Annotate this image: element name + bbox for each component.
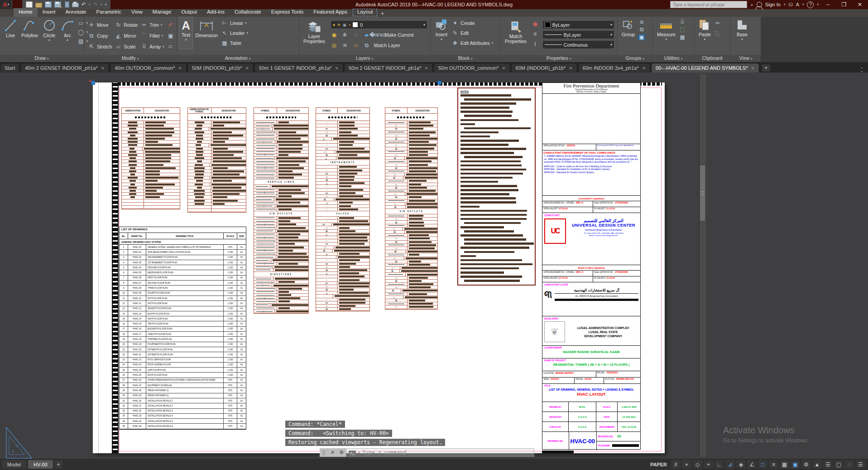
chevron-down-icon[interactable]: ▾: [101, 3, 102, 6]
layout-tab-hv00[interactable]: HV-00: [28, 460, 53, 469]
ellipse-icon[interactable]: ◯: [77, 29, 85, 35]
qat-customize-icon[interactable]: ▾: [105, 2, 107, 7]
command-input-field[interactable]: >_ ▾ Type a command: [346, 448, 534, 457]
workspace-switching-icon[interactable]: ⚙: [801, 460, 811, 469]
new-layout-button[interactable]: +: [55, 460, 62, 468]
infer-constraints-icon[interactable]: ◇: [693, 460, 702, 469]
offset-icon[interactable]: ⊂: [167, 44, 174, 50]
panel-label-modify[interactable]: Modify ▾: [84, 55, 177, 62]
object-snap-icon[interactable]: □: [758, 460, 767, 469]
paste-button[interactable]: Paste ▾: [696, 17, 713, 40]
new-drawing-tab-button[interactable]: +: [762, 64, 770, 72]
ribbon-tab-insert[interactable]: Insert: [38, 8, 61, 17]
object-color-select[interactable]: ByLayer▾: [542, 20, 614, 29]
quick-select-icon[interactable]: ⍃: [679, 19, 686, 25]
close-icon[interactable]: ✕: [569, 66, 572, 71]
match-properties-button[interactable]: MatchProperties: [503, 19, 529, 51]
match-layer-button[interactable]: Match Layer: [374, 43, 400, 48]
close-icon[interactable]: ✕: [425, 66, 428, 71]
help-icon[interactable]: ?: [807, 1, 814, 8]
drawing-canvas[interactable]: ✕ ABBREVIATIONDESIGNATIONABBREVIATION OR…: [0, 73, 868, 459]
edit-block-button[interactable]: Edit: [460, 30, 469, 36]
close-icon[interactable]: ✕: [178, 66, 182, 71]
search-input[interactable]: [670, 1, 747, 8]
plot-icon[interactable]: [72, 3, 79, 7]
autodesk-apps-icon[interactable]: A: [796, 2, 799, 7]
layer-properties-button[interactable]: LayerProperties: [301, 19, 327, 52]
quick-properties-icon[interactable]: ☰: [823, 460, 833, 469]
command-input-bar[interactable]: ⣿ ✕ ⚙ >_ ▾ Type a command: [320, 448, 534, 457]
vertical-scrollbar[interactable]: [699, 74, 706, 457]
ribbon-tab-collaborate[interactable]: Collaborate: [230, 8, 266, 17]
lineweight-select[interactable]: ByLayer▾: [542, 30, 614, 39]
panel-label-draw[interactable]: Draw ▾: [0, 55, 84, 62]
panel-label-groups[interactable]: Groups ▾: [618, 55, 652, 62]
move-button[interactable]: ✛Move: [88, 20, 112, 29]
measure-button[interactable]: Measure ▾: [655, 17, 678, 42]
ortho-mode-icon[interactable]: ∟: [715, 460, 724, 469]
hatch-icon[interactable]: ▨: [77, 38, 85, 44]
file-tab[interactable]: Start: [0, 63, 19, 73]
chevron-down-icon[interactable]: ▾: [817, 3, 819, 6]
selection-cycling-icon[interactable]: ▣: [791, 460, 800, 469]
app-store-cart-icon[interactable]: ⛁: [788, 2, 792, 8]
array-button[interactable]: ⠿Array▾: [140, 42, 164, 51]
fillet-button[interactable]: ⌒Fillet▾: [140, 31, 164, 40]
edit-attributes-icon[interactable]: ❖: [451, 40, 459, 46]
model-tab[interactable]: Model: [2, 460, 26, 469]
mirror-button[interactable]: ◭Mirror: [115, 31, 138, 40]
select-similar-icon[interactable]: ⬚: [679, 26, 686, 33]
file-tab[interactable]: 50m 1 GENSET INDOOR_ph1a*✕: [254, 63, 343, 73]
save-as-icon[interactable]: [54, 1, 61, 8]
erase-icon[interactable]: ✐: [167, 22, 174, 28]
cut-icon[interactable]: ✂: [714, 20, 721, 26]
ribbon-tab-layout[interactable]: Layout: [352, 8, 378, 17]
command-bar-grip[interactable]: ⣿ ✕ ⚙: [320, 448, 346, 457]
tab-overflow-icon[interactable]: ⌄⌄: [860, 65, 863, 73]
polar-tracking-icon[interactable]: ⊿: [725, 460, 735, 469]
restore-button[interactable]: ❐: [838, 0, 850, 9]
layer-off-icon[interactable]: ◌: [352, 32, 360, 38]
close-icon[interactable]: ✕: [502, 66, 505, 71]
ribbon-tab-add-ins[interactable]: Add-ins: [202, 8, 230, 17]
arc-button[interactable]: Arc ▾: [58, 17, 77, 48]
create-block-icon[interactable]: ✦: [451, 20, 459, 26]
chevron-down-icon[interactable]: ▾: [784, 3, 786, 6]
leader-icon[interactable]: ↖: [221, 30, 228, 36]
create-block-button[interactable]: Create: [460, 20, 475, 26]
search-icon[interactable]: ⌕: [750, 2, 753, 8]
close-icon[interactable]: ✕: [245, 66, 249, 71]
ribbon-tab-annotate[interactable]: Annotate: [60, 8, 91, 17]
close-icon[interactable]: ✕: [751, 66, 754, 71]
file-tab[interactable]: 50M (INDOOR)_ph1b*✕: [187, 63, 254, 73]
undo-icon[interactable]: ↶: [82, 2, 86, 7]
ribbon-tab-view[interactable]: View: [126, 8, 148, 17]
trim-button[interactable]: ✂Trim▾: [140, 20, 164, 29]
drag-handle-icon[interactable]: ⣿: [322, 450, 326, 455]
text-button[interactable]: A Text ▾: [179, 17, 193, 49]
file-tab[interactable]: 40m 2 GENSET INDOOR_ph1a*✕: [20, 63, 109, 73]
isometric-drafting-icon[interactable]: ◈: [736, 460, 746, 469]
grid-display-icon[interactable]: #: [671, 460, 681, 469]
file-tab[interactable]: 00---HVAC-00 LEGEND AND SYMBOLS*✕: [651, 63, 759, 73]
save-icon[interactable]: [45, 1, 52, 8]
ribbon-minimize-icon[interactable]: ▾: [381, 11, 384, 17]
lineweight-icon[interactable]: ≡: [769, 460, 778, 469]
chevron-down-icon[interactable]: ▾: [802, 3, 804, 6]
explode-icon[interactable]: ▣: [167, 33, 174, 39]
annotation-monitor-icon[interactable]: ▲: [812, 460, 822, 469]
scrollbar-thumb[interactable]: [700, 165, 705, 221]
copy-clip-icon[interactable]: ⿻: [714, 31, 721, 37]
rotate-button[interactable]: ↻Rotate: [115, 20, 138, 29]
isolate-objects-icon[interactable]: ◌: [845, 460, 854, 469]
lock-ui-icon[interactable]: ▢: [834, 460, 844, 469]
minimize-button[interactable]: –: [822, 0, 834, 9]
line-button[interactable]: Line: [2, 17, 19, 48]
circle-button[interactable]: Circle ▾: [40, 17, 58, 48]
close-button[interactable]: ✕: [854, 0, 866, 9]
customization-icon[interactable]: ☰: [856, 460, 865, 469]
panel-label-view[interactable]: View ▾: [731, 55, 761, 62]
group-select-icon[interactable]: ▣: [638, 34, 645, 40]
polyline-button[interactable]: Polyline: [19, 17, 40, 48]
close-icon[interactable]: ✕: [642, 66, 646, 71]
